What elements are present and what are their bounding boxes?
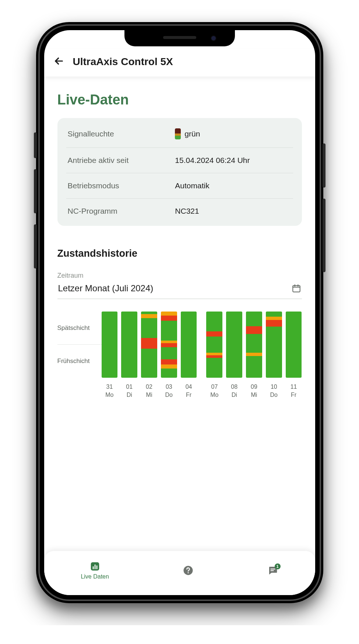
app-bar: UltraAxis Control 5X bbox=[44, 49, 315, 77]
help-icon bbox=[183, 565, 194, 576]
chart-bar bbox=[226, 312, 242, 378]
row-nc-program: NC-Programm NC321 bbox=[66, 199, 293, 224]
period-picker[interactable]: Letzer Monat (Juli 2024) bbox=[57, 281, 302, 299]
chart-day-label: 01Di bbox=[126, 383, 133, 399]
y-label-late-shift: Spätschicht bbox=[57, 312, 102, 345]
chart-day-label: 09Mi bbox=[251, 383, 257, 399]
period-label: Zeitraum bbox=[57, 272, 302, 280]
svg-rect-0 bbox=[293, 285, 300, 292]
chart-bar bbox=[266, 312, 282, 378]
chart-bar bbox=[181, 312, 197, 378]
row-drives: Antriebe aktiv seit 15.04.2024 06:24 Uhr bbox=[66, 148, 293, 173]
back-button[interactable] bbox=[53, 55, 65, 68]
chart-day-label: 31Mo bbox=[105, 383, 113, 399]
svg-rect-7 bbox=[270, 569, 275, 569]
chart-day-column: 07Mo bbox=[206, 312, 222, 399]
chart-day-column: 09Mi bbox=[246, 312, 262, 399]
chart-bar bbox=[102, 312, 118, 378]
label: Signalleuchte bbox=[68, 129, 114, 138]
live-data-card: Signalleuchte grün Antriebe aktiv seit 1… bbox=[57, 118, 302, 226]
value: 15.04.2024 06:24 Uhr bbox=[175, 156, 250, 165]
chart-day-column: 10Do bbox=[266, 312, 282, 399]
history-chart: Spätschicht Frühschicht 31Mo01Di02Mi03Do… bbox=[57, 312, 302, 399]
chart-day-label: 03Do bbox=[165, 383, 173, 399]
row-mode: Betriebsmodus Automatik bbox=[66, 173, 293, 199]
svg-rect-2 bbox=[92, 566, 94, 569]
chart-day-label: 08Di bbox=[231, 383, 237, 399]
phone-frame: UltraAxis Control 5X Live-Daten Signalle… bbox=[36, 22, 323, 603]
chart-day-column: 01Di bbox=[121, 312, 137, 399]
label: NC-Programm bbox=[68, 207, 117, 216]
traffic-light-icon bbox=[175, 128, 181, 139]
chart-bar bbox=[286, 312, 302, 378]
side-button bbox=[34, 224, 37, 268]
bar-chart-icon bbox=[89, 561, 101, 572]
history-heading: Zustandshistorie bbox=[57, 248, 302, 259]
value: grün bbox=[184, 129, 200, 138]
nav-help[interactable] bbox=[183, 565, 194, 576]
chart-bar bbox=[161, 312, 177, 378]
chart-day-column: 04Fr bbox=[181, 312, 197, 399]
side-button bbox=[34, 169, 37, 213]
chat-icon: 1 bbox=[267, 565, 278, 576]
chart-bar bbox=[141, 312, 157, 378]
chart-day-label: 10Do bbox=[270, 383, 278, 399]
chart-day-column: 31Mo bbox=[102, 312, 118, 399]
row-signal: Signalleuchte grün bbox=[66, 120, 293, 148]
label: Antriebe aktiv seit bbox=[68, 156, 129, 165]
chart-day-label: 07Mo bbox=[210, 383, 218, 399]
chart-day-label: 04Fr bbox=[186, 383, 192, 399]
page-title: UltraAxis Control 5X bbox=[73, 56, 173, 68]
y-label-early-shift: Frühschicht bbox=[57, 345, 102, 378]
label: Betriebsmodus bbox=[68, 181, 119, 190]
chart-day-column: 08Di bbox=[226, 312, 242, 399]
messages-badge: 1 bbox=[275, 563, 281, 569]
page-body: Live-Daten Signalleuchte grün Antriebe a… bbox=[44, 77, 315, 551]
svg-rect-8 bbox=[270, 570, 274, 571]
chart-day-column: 02Mi bbox=[141, 312, 157, 399]
chart-day-column: 11Fr bbox=[286, 312, 302, 399]
svg-rect-3 bbox=[94, 565, 95, 569]
bottom-nav: Live Daten 1 bbox=[44, 551, 315, 595]
value: Automatik bbox=[175, 181, 209, 190]
chart-bar bbox=[121, 312, 137, 378]
nav-messages[interactable]: 1 bbox=[267, 565, 278, 576]
svg-point-6 bbox=[187, 572, 189, 573]
period-value: Letzer Monat (Juli 2024) bbox=[58, 283, 154, 293]
chart-day-column: 03Do bbox=[161, 312, 177, 399]
side-button bbox=[323, 143, 325, 188]
value: NC321 bbox=[175, 207, 199, 216]
live-data-heading: Live-Daten bbox=[57, 92, 302, 108]
chart-day-label: 11Fr bbox=[291, 383, 297, 399]
chart-bars: 31Mo01Di02Mi03Do04Fr07Mo08Di09Mi10Do11Fr bbox=[102, 312, 302, 399]
phone-notch bbox=[124, 30, 235, 46]
nav-live-data[interactable]: Live Daten bbox=[81, 561, 109, 580]
side-button bbox=[34, 132, 37, 158]
calendar-icon bbox=[292, 284, 301, 293]
chart-bar bbox=[246, 312, 262, 378]
chart-bar bbox=[206, 312, 222, 378]
chart-day-label: 02Mi bbox=[146, 383, 152, 399]
svg-rect-4 bbox=[96, 566, 97, 569]
side-button bbox=[323, 199, 325, 272]
nav-label: Live Daten bbox=[81, 573, 109, 580]
